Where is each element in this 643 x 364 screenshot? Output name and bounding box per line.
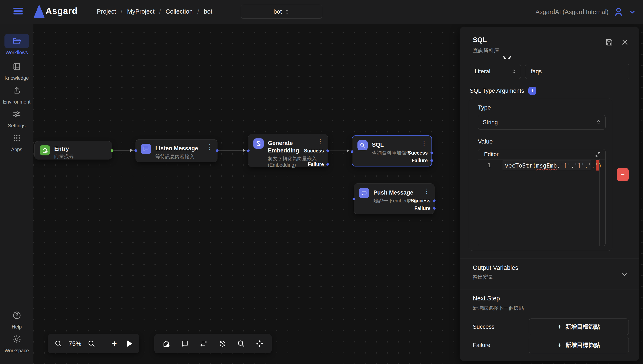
- add-target-node-failure-button[interactable]: + 新增目標節點: [529, 337, 629, 353]
- node-sql[interactable]: SQL 查詢資料庫加條件 ⋮ Success Failure: [352, 136, 432, 166]
- grid-icon: [13, 134, 21, 142]
- edge-arrowhead: [130, 148, 133, 152]
- zoom-out-icon[interactable]: [53, 338, 64, 349]
- code-editor[interactable]: Editor 1 vecToStr(msgEmb,'[',']',','): [478, 149, 605, 246]
- sidebar-item-environment[interactable]: Environment: [0, 83, 34, 105]
- port-label-success: Success: [304, 148, 324, 154]
- node-title: Listen Message: [155, 144, 198, 152]
- node-subtitle: 查詢資料庫加條件: [372, 150, 411, 156]
- argument-value-input[interactable]: [525, 64, 629, 79]
- expand-icon[interactable]: [595, 151, 601, 158]
- breadcrumb-myproject[interactable]: MyProject: [127, 8, 154, 15]
- entry-node-icon[interactable]: [161, 338, 172, 349]
- output-port-success[interactable]: [430, 152, 433, 154]
- sidebar-item-apps[interactable]: Apps: [0, 131, 34, 152]
- next-step-success-row: Success + 新增目標節點: [473, 318, 629, 335]
- section-divider: [460, 290, 639, 290]
- node-title: Push Message: [374, 188, 418, 196]
- folder-icon: [12, 36, 22, 46]
- value-label: Value: [478, 138, 493, 145]
- output-port[interactable]: [216, 149, 218, 152]
- input-port[interactable]: [134, 149, 137, 152]
- logo-text: Asgard: [46, 6, 78, 16]
- remove-argument-button[interactable]: −: [617, 168, 629, 181]
- input-port[interactable]: [351, 150, 354, 153]
- node-push-message[interactable]: Push Message 驗證一下embed內容 ⋮ Success Failu…: [354, 184, 435, 214]
- sql-node-icon[interactable]: [235, 338, 247, 349]
- argument-mode-select[interactable]: Literal: [470, 64, 521, 79]
- input-port[interactable]: [247, 150, 250, 152]
- output-variables-subtitle: 輸出變量: [473, 274, 493, 280]
- success-label: Success: [473, 324, 515, 330]
- editor-overview-ruler: [599, 160, 600, 246]
- add-argument-button[interactable]: +: [528, 87, 536, 95]
- home-plus-icon: [40, 145, 50, 156]
- user-icon[interactable]: [613, 6, 624, 17]
- select-chevrons-icon: [596, 119, 601, 125]
- close-icon[interactable]: [621, 38, 629, 46]
- panel-title: SQL: [473, 36, 487, 44]
- kebab-menu-icon[interactable]: ⋮: [421, 140, 427, 146]
- line-number: 1: [487, 162, 491, 168]
- kebab-menu-icon[interactable]: ⋮: [207, 144, 213, 150]
- play-icon: [127, 340, 132, 347]
- select-chevrons-icon: [512, 68, 516, 74]
- kebab-menu-icon[interactable]: ⋮: [424, 188, 430, 194]
- plus-icon: +: [558, 342, 562, 348]
- edge-arrowhead: [243, 148, 245, 152]
- embedding-node-icon[interactable]: [217, 338, 228, 349]
- account-label: AsgardAI (Asgard Internal): [536, 8, 608, 16]
- swap-node-icon[interactable]: [198, 338, 209, 349]
- node-listen-message[interactable]: Listen Message 等待訊息內容輸入 ⋮: [136, 139, 217, 162]
- add-target-node-success-button[interactable]: + 新增目標節點: [529, 318, 629, 335]
- zoom-in-icon[interactable]: [86, 338, 97, 349]
- node-entry[interactable]: Entry 向量搜尋: [35, 141, 112, 160]
- chevron-down-icon[interactable]: [628, 8, 636, 16]
- node-title: Entry: [54, 145, 74, 153]
- sidebar-item-knowledge[interactable]: Knowledge: [0, 60, 34, 81]
- save-icon[interactable]: [604, 38, 614, 47]
- gear-icon: [12, 334, 22, 344]
- output-variables-title: Output Variables: [473, 264, 518, 271]
- output-port[interactable]: [111, 149, 113, 152]
- module-node-icon[interactable]: [254, 338, 265, 349]
- sql-type-arguments-label: SQL Type Arguments: [470, 88, 524, 94]
- node-subtitle: 向量搜尋: [54, 153, 74, 160]
- output-port-success[interactable]: [433, 200, 436, 202]
- output-port-failure[interactable]: [433, 207, 436, 210]
- breadcrumb: Project / MyProject / Collection / bot: [97, 8, 212, 15]
- app-header: Asgard Project / MyProject / Collection …: [0, 0, 643, 24]
- next-step-title: Next Step: [473, 295, 500, 302]
- code-line[interactable]: vecToStr(msgEmb,'[',']',','): [503, 160, 591, 170]
- select-chevrons-icon: [285, 8, 289, 15]
- chat-icon: [359, 188, 369, 198]
- node-generate-embedding[interactable]: Generate Embedding 將文字轉化為向量嵌入 (Embedding…: [248, 134, 328, 167]
- port-label-failure: Failure: [308, 162, 324, 167]
- menu-icon[interactable]: [14, 8, 23, 16]
- port-label-failure: Failure: [412, 158, 428, 164]
- help-icon: [12, 311, 22, 320]
- output-port-failure[interactable]: [430, 159, 433, 162]
- add-node-button[interactable]: +: [109, 338, 120, 349]
- node-subtitle: 等待訊息內容輸入: [155, 153, 198, 160]
- type-select[interactable]: String: [478, 115, 605, 130]
- breadcrumb-bot[interactable]: bot: [204, 8, 212, 15]
- sidebar-item-settings[interactable]: Settings: [0, 107, 34, 129]
- output-port-success[interactable]: [327, 150, 329, 152]
- output-port-failure[interactable]: [327, 163, 329, 166]
- sidebar-item-workspace[interactable]: Workspace: [0, 332, 34, 354]
- run-workflow-button[interactable]: [124, 338, 134, 349]
- sidebar-item-workflows[interactable]: Workflows: [0, 34, 34, 56]
- zoom-level: 75%: [68, 340, 82, 347]
- message-node-icon[interactable]: [179, 338, 190, 349]
- collapse-chevron-icon[interactable]: [621, 271, 628, 278]
- kebab-menu-icon[interactable]: ⋮: [317, 138, 324, 145]
- edge-arrowhead: [347, 149, 349, 152]
- workflow-select[interactable]: bot: [241, 5, 322, 19]
- next-step-failure-row: Failure + 新增目標節點: [473, 337, 629, 353]
- input-port[interactable]: [353, 198, 355, 200]
- section-divider: [460, 258, 639, 259]
- sidebar-item-help[interactable]: Help: [0, 308, 34, 330]
- breadcrumb-collection[interactable]: Collection: [166, 8, 193, 15]
- breadcrumb-project[interactable]: Project: [97, 8, 116, 15]
